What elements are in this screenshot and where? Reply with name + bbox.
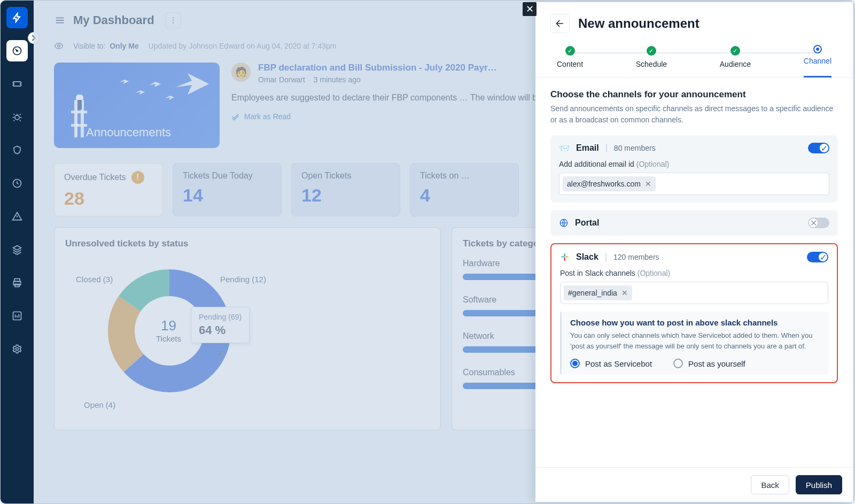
nav-settings-icon[interactable] — [6, 338, 28, 360]
donut-tooltip: Pending (69) 64 % — [191, 307, 250, 343]
back-button[interactable]: Back — [751, 475, 789, 494]
nav-print-icon[interactable] — [6, 272, 28, 293]
close-icon[interactable]: ✕ — [523, 2, 537, 16]
channel-subheading: Send announcements on specific channels … — [550, 103, 838, 126]
nav-rail — [1, 1, 34, 503]
email-chip: alex@freshworks.com — [567, 180, 641, 188]
chip-remove-icon[interactable]: ✕ — [645, 180, 651, 188]
back-icon[interactable] — [550, 14, 570, 33]
svg-point-11 — [172, 22, 173, 23]
donut-panel: Unresolved tickets by status 19 Tickets … — [54, 227, 441, 430]
svg-rect-15 — [71, 111, 87, 113]
slideover-panel: New announcement ✓Content✓Schedule✓Audie… — [535, 2, 853, 502]
svg-rect-27 — [564, 258, 565, 261]
page-title: My Dashboard — [73, 13, 154, 27]
radio-yourself[interactable]: Post as yourself — [673, 359, 745, 368]
visible-label: Visible to: — [73, 42, 105, 50]
slack-choose-desc: You can only select channels which have … — [570, 330, 820, 351]
nav-bolt-icon[interactable] — [6, 173, 28, 194]
kpi-card[interactable]: Tickets Due Today14 — [173, 163, 282, 216]
email-icon: 📨 — [559, 143, 570, 153]
visible-value: Only Me — [110, 42, 138, 50]
svg-rect-25 — [565, 257, 569, 258]
kpi-card[interactable]: Open Tickets12 — [291, 163, 400, 216]
globe-icon — [559, 218, 569, 228]
donut-center-label: Tickets — [156, 334, 181, 343]
cursor-icon — [215, 350, 224, 361]
slack-choose-title: Choose how you want to post in above sla… — [570, 318, 820, 327]
donut-center-count: 19 — [156, 317, 181, 334]
hamburger-icon[interactable] — [54, 14, 66, 26]
svg-rect-14 — [74, 100, 77, 137]
email-toggle[interactable]: ✓ — [808, 143, 829, 153]
feed-title[interactable]: FBP declaration and Bill Submission - Ju… — [258, 63, 497, 73]
nav-tickets-icon[interactable] — [6, 73, 28, 95]
channel-heading: Choose the channels for your announcemen… — [550, 89, 838, 100]
radio-servicebot[interactable]: Post as Servicebot — [570, 359, 652, 368]
stepper: ✓Content✓Schedule✓AudienceChannel — [535, 41, 853, 77]
nav-layers-icon[interactable] — [6, 239, 28, 260]
slack-toggle[interactable]: ✓ — [807, 252, 828, 262]
chip-remove-icon[interactable]: ✕ — [621, 289, 628, 297]
kpi-card[interactable]: Overdue Tickets!28 — [54, 163, 163, 216]
svg-point-8 — [16, 348, 19, 351]
avatar: 🧑 — [231, 63, 251, 82]
step-channel[interactable]: Channel — [804, 46, 831, 77]
svg-point-9 — [172, 17, 173, 18]
slack-icon — [560, 252, 570, 262]
nav-alert-icon[interactable] — [6, 206, 28, 227]
feed-author: Omar Dorwart — [258, 75, 305, 84]
donut-label-closed: Closed (3) — [76, 275, 113, 284]
donut-label-open: Open (4) — [84, 400, 115, 409]
announcements-banner-title: Announcements — [86, 126, 171, 139]
updated-text: Updated by Johnson Edward on Aug 04, 202… — [149, 42, 337, 50]
more-menu-icon[interactable] — [165, 12, 181, 28]
publish-button[interactable]: Publish — [796, 475, 842, 494]
donut-panel-title: Unresolved tickets by status — [65, 238, 430, 249]
nav-dashboard-icon[interactable] — [6, 40, 28, 61]
portal-section: Portal ✕ — [550, 210, 838, 236]
announcements-banner: Announcements — [54, 63, 220, 148]
portal-toggle[interactable]: ✕ — [808, 218, 829, 228]
slack-chip-input[interactable]: #general_india✕ — [560, 282, 828, 304]
step-schedule[interactable]: ✓Schedule — [636, 46, 667, 68]
svg-point-12 — [58, 45, 60, 48]
step-content[interactable]: ✓Content — [557, 46, 583, 68]
app-logo[interactable] — [6, 7, 28, 28]
kpi-card[interactable]: Tickets on …4 — [410, 163, 519, 216]
nav-shield-icon[interactable] — [6, 139, 28, 161]
feed-age: 3 minutes ago — [314, 75, 361, 84]
nav-reports-icon[interactable] — [6, 305, 28, 327]
donut-label-pending: Pending (12) — [220, 275, 266, 284]
svg-rect-24 — [561, 257, 564, 258]
email-section: 📨 Email | 80 members ✓ Add additional em… — [550, 135, 838, 203]
svg-rect-26 — [564, 253, 565, 257]
svg-rect-18 — [77, 100, 82, 110]
slideover-title: New announcement — [578, 16, 699, 31]
step-audience[interactable]: ✓Audience — [720, 46, 751, 68]
email-chip-input[interactable]: alex@freshworks.com✕ — [559, 173, 829, 195]
svg-point-2 — [15, 115, 19, 120]
svg-rect-16 — [71, 124, 87, 127]
slack-chip: #general_india — [568, 289, 617, 297]
nav-bug-icon[interactable] — [6, 106, 28, 128]
eye-icon — [54, 41, 64, 51]
svg-point-10 — [172, 20, 173, 21]
svg-point-1 — [17, 50, 18, 52]
slack-section: Slack | 120 members ✓ Post in Slack chan… — [550, 243, 838, 383]
alert-badge-icon: ! — [131, 171, 144, 184]
